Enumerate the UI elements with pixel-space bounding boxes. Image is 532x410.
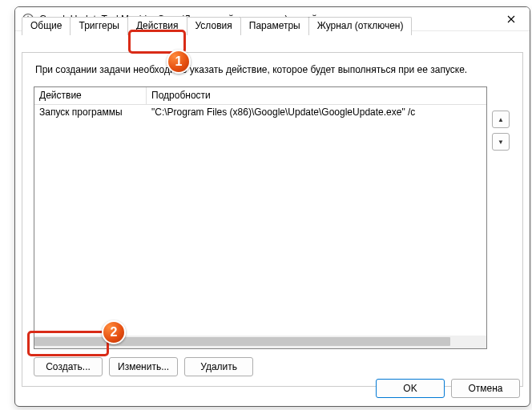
description-text: При создании задачи необходимо указать д…	[35, 64, 511, 75]
tab-actions[interactable]: Действия	[127, 16, 187, 34]
actions-panel: При создании задачи необходимо указать д…	[22, 53, 522, 386]
scrollbar-thumb[interactable]	[34, 337, 450, 346]
ok-button[interactable]: OK	[376, 379, 445, 398]
reorder-buttons: ▲ ▼	[492, 86, 511, 349]
move-down-button[interactable]: ▼	[492, 133, 510, 151]
horizontal-scrollbar[interactable]	[34, 336, 486, 348]
tab-settings[interactable]: Параметры	[240, 17, 309, 35]
tab-conditions[interactable]: Условия	[187, 17, 241, 35]
list-header: Действие Подробности	[34, 87, 486, 105]
list-item[interactable]: Запуск программы "C:\Program Files (x86)…	[34, 105, 486, 121]
tab-strip: Общие Триггеры Действия Условия Параметр…	[22, 17, 411, 35]
tab-general[interactable]: Общие	[22, 17, 71, 35]
properties-window: GoogleUpdateTaskMachineCore (Локальный к…	[14, 6, 530, 407]
window-body: Общие Триггеры Действия Условия Параметр…	[15, 31, 530, 387]
column-action[interactable]: Действие	[34, 87, 147, 104]
delete-button[interactable]: Удалить	[184, 357, 253, 376]
chevron-up-icon: ▲	[498, 116, 504, 123]
action-buttons: Создать... Изменить... Удалить	[34, 357, 511, 376]
tab-panel: При создании задачи необходимо указать д…	[22, 52, 523, 387]
cell-action: Запуск программы	[34, 105, 147, 121]
cell-details: "C:\Program Files (x86)\Google\Update\Go…	[147, 105, 486, 121]
close-button[interactable]	[493, 7, 530, 31]
edit-button[interactable]: Изменить...	[109, 357, 178, 376]
dialog-buttons: OK Отмена	[376, 379, 520, 398]
move-up-button[interactable]: ▲	[492, 111, 510, 128]
actions-list[interactable]: Действие Подробности Запуск программы "C…	[34, 86, 487, 349]
create-button[interactable]: Создать...	[34, 357, 103, 376]
tab-history[interactable]: Журнал (отключен)	[308, 17, 413, 35]
chevron-down-icon: ▼	[498, 139, 504, 146]
cancel-button[interactable]: Отмена	[451, 379, 520, 398]
tab-triggers[interactable]: Триггеры	[70, 17, 128, 35]
column-details[interactable]: Подробности	[147, 87, 486, 104]
